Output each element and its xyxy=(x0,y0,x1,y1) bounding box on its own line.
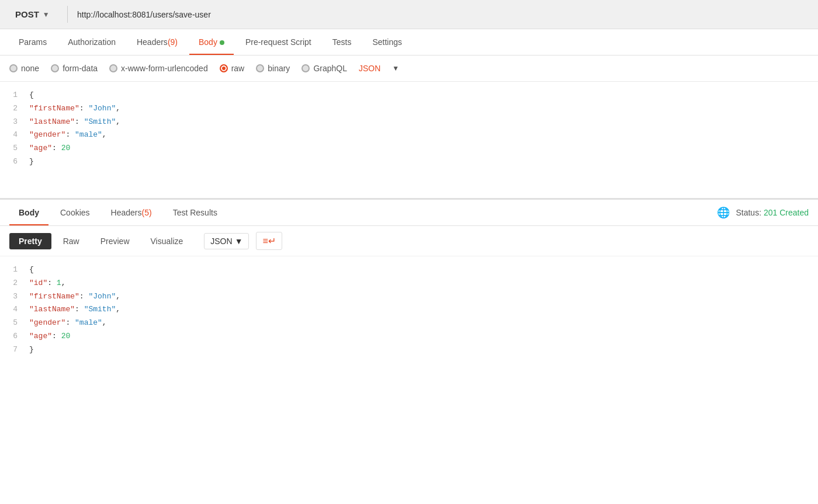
tab-headers[interactable]: Headers(9) xyxy=(127,29,187,55)
line-content: { xyxy=(29,264,34,276)
response-body-line: 4 "lastName": "Smith", xyxy=(0,303,818,317)
request-body-line: 3 "lastName": "Smith", xyxy=(0,116,818,129)
response-tab-bar: Body Cookies Headers(5) Test Results 🌐 S… xyxy=(0,200,818,226)
line-content: { xyxy=(29,89,34,102)
line-content: "gender": "male", xyxy=(29,129,107,141)
resp-tab-test-results[interactable]: Test Results xyxy=(164,200,227,225)
response-body-line: 5 "gender": "male", xyxy=(0,317,818,330)
method-select[interactable]: POST ▼ xyxy=(9,6,68,23)
line-content: "firstName": "John", xyxy=(29,291,120,303)
json-chevron-icon[interactable]: ▼ xyxy=(392,64,399,72)
response-format-row: Pretty Raw Preview Visualize JSON ▼ ≡↵ xyxy=(0,226,818,256)
tab-tests[interactable]: Tests xyxy=(323,29,361,55)
radio-none[interactable]: none xyxy=(9,64,39,73)
radio-graphql-circle xyxy=(301,64,310,72)
request-body-line: 4 "gender": "male", xyxy=(0,128,818,142)
response-body-line: 7} xyxy=(0,343,818,357)
radio-graphql[interactable]: GraphQL xyxy=(301,64,347,73)
request-tab-bar: Params Authorization Headers(9) Body Pre… xyxy=(0,29,818,55)
body-dot xyxy=(220,40,224,45)
line-number: 5 xyxy=(0,318,29,327)
response-body-editor[interactable]: 1{2 "id": 1,3 "firstName": "John",4 "las… xyxy=(0,256,818,364)
line-number: 2 xyxy=(0,104,29,113)
radio-form-data[interactable]: form-data xyxy=(51,64,98,73)
method-chevron-icon: ▼ xyxy=(43,11,50,19)
wrap-btn[interactable]: ≡↵ xyxy=(256,232,282,250)
response-body-line: 2 "id": 1, xyxy=(0,277,818,290)
line-number: 7 xyxy=(0,345,29,354)
resp-tab-body[interactable]: Body xyxy=(9,200,48,225)
line-number: 3 xyxy=(0,117,29,126)
radio-x-www-form-urlencoded[interactable]: x-www-form-urlencoded xyxy=(109,64,208,73)
radio-raw[interactable]: raw xyxy=(220,64,245,73)
radio-x-www-circle xyxy=(109,64,117,72)
radio-form-data-circle xyxy=(51,64,59,72)
status-text: Status: 201 Created xyxy=(736,208,809,217)
line-number: 4 xyxy=(0,305,29,314)
radio-raw-circle xyxy=(220,64,228,72)
radio-binary-circle xyxy=(256,64,264,72)
tab-params[interactable]: Params xyxy=(9,29,56,55)
line-number: 6 xyxy=(0,332,29,340)
response-body-line: 6 "age": 20 xyxy=(0,330,818,343)
request-body-line: 6} xyxy=(0,155,818,169)
request-body-editor[interactable]: 1{2 "firstName": "John",3 "lastName": "S… xyxy=(0,82,818,199)
line-content: } xyxy=(29,156,34,168)
request-body-line: 5 "age": 20 xyxy=(0,142,818,155)
line-number: 3 xyxy=(0,292,29,301)
format-pretty-btn[interactable]: Pretty xyxy=(9,233,51,249)
tab-authorization[interactable]: Authorization xyxy=(58,29,125,55)
line-number: 1 xyxy=(0,265,29,274)
radio-binary[interactable]: binary xyxy=(256,64,290,73)
url-input[interactable] xyxy=(68,6,809,23)
tab-settings[interactable]: Settings xyxy=(363,29,411,55)
line-number: 4 xyxy=(0,130,29,139)
resp-tab-cookies[interactable]: Cookies xyxy=(51,200,99,225)
line-number: 1 xyxy=(0,91,29,99)
line-content: "lastName": "Smith", xyxy=(29,116,120,128)
body-type-row: none form-data x-www-form-urlencoded raw… xyxy=(0,55,818,82)
json-select-chevron-icon: ▼ xyxy=(235,237,243,246)
line-content: "age": 20 xyxy=(29,331,70,343)
response-body-line: 1{ xyxy=(0,263,818,277)
line-content: "age": 20 xyxy=(29,142,70,155)
resp-tab-headers[interactable]: Headers(5) xyxy=(102,200,161,225)
request-body-line: 2 "firstName": "John", xyxy=(0,102,818,116)
line-content: "id": 1, xyxy=(29,277,65,290)
line-number: 6 xyxy=(0,157,29,166)
format-visualize-btn[interactable]: Visualize xyxy=(141,233,193,249)
line-content: "gender": "male", xyxy=(29,317,107,329)
line-number: 2 xyxy=(0,279,29,287)
json-type-label[interactable]: JSON xyxy=(359,64,380,73)
request-body-line: 1{ xyxy=(0,89,818,102)
wrap-icon: ≡↵ xyxy=(262,235,275,246)
line-content: } xyxy=(29,344,34,356)
globe-icon: 🌐 xyxy=(717,206,730,219)
tab-body[interactable]: Body xyxy=(189,29,234,55)
line-content: "lastName": "Smith", xyxy=(29,304,120,316)
method-label: POST xyxy=(15,9,39,19)
line-number: 5 xyxy=(0,144,29,152)
status-area: 🌐 Status: 201 Created xyxy=(717,206,809,219)
radio-none-circle xyxy=(9,64,18,72)
response-body-line: 3 "firstName": "John", xyxy=(0,290,818,304)
line-content: "firstName": "John", xyxy=(29,103,120,115)
format-raw-btn[interactable]: Raw xyxy=(54,233,89,249)
tab-pre-request-script[interactable]: Pre-request Script xyxy=(236,29,321,55)
response-section: Body Cookies Headers(5) Test Results 🌐 S… xyxy=(0,199,818,364)
format-preview-btn[interactable]: Preview xyxy=(91,233,139,249)
url-bar: POST ▼ xyxy=(0,0,818,29)
response-json-select[interactable]: JSON ▼ xyxy=(204,233,249,249)
